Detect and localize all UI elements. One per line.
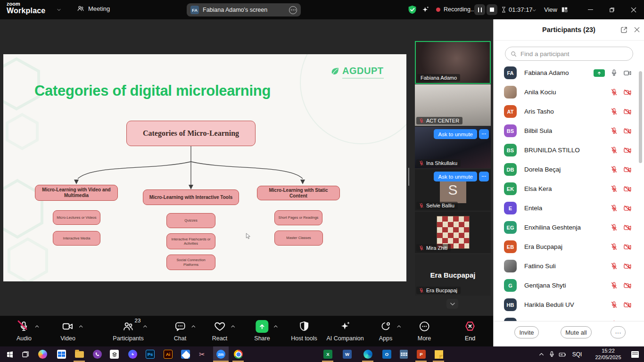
scanner-app-icon[interactable] [180, 348, 191, 360]
chevron-down-icon[interactable] [57, 8, 61, 12]
zoom-app-icon[interactable]: zm [215, 348, 227, 360]
share-button[interactable]: Share [254, 320, 270, 342]
camera-icon[interactable] [623, 69, 632, 77]
view-layout-icon[interactable] [561, 6, 569, 14]
mic-muted-icon[interactable] [610, 165, 618, 173]
chevron-up-icon[interactable] [231, 324, 236, 329]
mute-all-button[interactable]: Mute all [561, 326, 592, 338]
outlook-icon[interactable]: O [381, 348, 393, 360]
participant-row-gentjana[interactable]: G Gentjana Shyti [494, 276, 644, 295]
invite-button[interactable]: Invite [514, 326, 539, 338]
ai-companion-sparkle-icon[interactable] [421, 5, 430, 14]
camera-off-icon[interactable] [623, 262, 632, 271]
apps-button[interactable]: Apps [379, 320, 393, 342]
pause-recording-button[interactable] [474, 4, 485, 15]
mic-muted-icon[interactable] [610, 281, 618, 289]
participant-list[interactable]: FA Fabiana Adamo Anila Kociu AT Aris Tas [494, 63, 644, 321]
chevron-up-icon[interactable] [143, 324, 148, 329]
end-button[interactable]: End [464, 320, 476, 342]
tile-more-button[interactable]: ··· [479, 172, 489, 181]
mic-muted-icon[interactable] [610, 204, 618, 212]
calculator-icon[interactable] [398, 348, 410, 360]
participant-row-dorela[interactable]: DB Dorela Beçaj [494, 160, 644, 179]
copilot-icon[interactable] [37, 348, 49, 360]
collapse-strip-button[interactable] [446, 299, 458, 309]
mic-muted-icon[interactable] [610, 301, 618, 309]
participant-row-entela[interactable]: E Entela [494, 198, 644, 218]
mic-muted-icon[interactable] [610, 262, 618, 270]
video-tile-act-center[interactable]: ACT CENTER [415, 84, 491, 126]
audio-button[interactable]: Audio [17, 320, 32, 342]
clock[interactable]: 15:22 22/05/2025 [590, 347, 626, 361]
chat-button[interactable]: Chat [174, 320, 186, 342]
mic-muted-icon[interactable] [610, 243, 618, 251]
task-view-icon[interactable] [19, 348, 31, 360]
tile-more-button[interactable]: ··· [479, 129, 489, 139]
participant-row-fatlino[interactable]: Fatlino Suli [494, 256, 644, 276]
chevron-up-icon[interactable] [79, 324, 84, 329]
participant-search[interactable] [505, 47, 633, 61]
participant-row-era[interactable]: EB Era Bucpapaj [494, 237, 644, 256]
share-options-icon[interactable] [289, 6, 297, 14]
participant-row-harikla[interactable]: HB Harikla Beduli UV [494, 295, 644, 314]
edge-icon[interactable] [362, 348, 374, 360]
video-button[interactable]: Video [60, 320, 75, 342]
camera-off-icon[interactable] [623, 146, 632, 155]
camera-off-icon[interactable] [623, 165, 632, 174]
shared-screen-pill[interactable]: FA Fabiana Adamo's screen [187, 3, 301, 16]
camera-off-icon[interactable] [623, 281, 632, 290]
video-tile-selvie[interactable]: S Ask to unmute ··· Selvie Balliu [415, 169, 491, 211]
close-button[interactable] [624, 0, 643, 19]
participants-button[interactable]: 23 Participants [113, 320, 143, 342]
react-button[interactable]: React [212, 320, 228, 342]
chevron-up-icon[interactable] [396, 324, 402, 329]
action-center-icon[interactable] [629, 348, 641, 360]
participant-row-anila[interactable]: Anila Kociu [494, 82, 644, 102]
illustrator-icon[interactable]: Ai [162, 348, 174, 360]
panel-scrollbar[interactable] [639, 71, 642, 163]
chevron-up-icon[interactable] [191, 324, 196, 329]
viber-icon[interactable] [91, 348, 103, 360]
photoshop-icon[interactable]: Ps [144, 348, 156, 360]
video-tile-fabiana[interactable]: Fabiana Adamo [415, 41, 491, 84]
mic-muted-icon[interactable] [610, 88, 618, 96]
participant-row-brunilda[interactable]: BS BRUNILDA STILLO [494, 140, 644, 160]
camera-off-icon[interactable] [623, 243, 632, 251]
mic-muted-icon[interactable] [610, 146, 618, 154]
search-input[interactable] [520, 50, 628, 58]
snipping-tool-icon[interactable]: ✂ [196, 348, 208, 360]
language-indicator[interactable]: SQI [570, 348, 585, 360]
mic-muted-icon[interactable] [610, 223, 618, 231]
chevron-up-icon[interactable] [273, 324, 278, 329]
participant-row-elsa[interactable]: EK Elsa Kera [494, 179, 644, 198]
sticky-notes-icon[interactable] [433, 348, 445, 360]
host-tools-button[interactable]: Host tools [291, 320, 317, 342]
excel-icon[interactable]: X [322, 348, 334, 360]
participant-row-aris[interactable]: AT Aris Tasho [494, 102, 644, 121]
stack-app-icon[interactable] [108, 348, 120, 360]
ai-companion-button[interactable]: AI Companion [326, 320, 363, 342]
camera-off-icon[interactable] [623, 127, 632, 135]
messenger-icon[interactable] [127, 348, 139, 360]
stop-recording-button[interactable] [487, 4, 497, 15]
mic-muted-icon[interactable] [610, 185, 618, 193]
ask-to-unmute-button[interactable]: Ask to unmute [434, 129, 477, 139]
mic-muted-icon[interactable] [610, 127, 618, 135]
camera-off-icon[interactable] [623, 88, 632, 97]
tab-meeting[interactable]: Meeting [77, 5, 110, 12]
camera-off-icon[interactable] [623, 185, 632, 193]
microsoft-store-icon[interactable] [56, 348, 67, 360]
pop-out-icon[interactable] [620, 26, 628, 34]
security-shield-icon[interactable] [407, 5, 417, 15]
close-panel-icon[interactable] [633, 26, 641, 33]
word-icon[interactable]: W [341, 348, 353, 360]
mic-icon[interactable] [610, 69, 618, 77]
camera-off-icon[interactable] [623, 223, 632, 232]
file-explorer-icon[interactable] [74, 348, 85, 360]
camera-off-icon[interactable] [623, 301, 632, 309]
participant-row-bilbil[interactable]: BS Bilbil Sula [494, 121, 644, 140]
chrome-icon[interactable] [232, 348, 244, 360]
camera-off-icon[interactable] [623, 204, 632, 213]
timer-chevron-icon[interactable] [532, 8, 537, 13]
participant-row-fabiana[interactable]: FA Fabiana Adamo [494, 63, 644, 82]
